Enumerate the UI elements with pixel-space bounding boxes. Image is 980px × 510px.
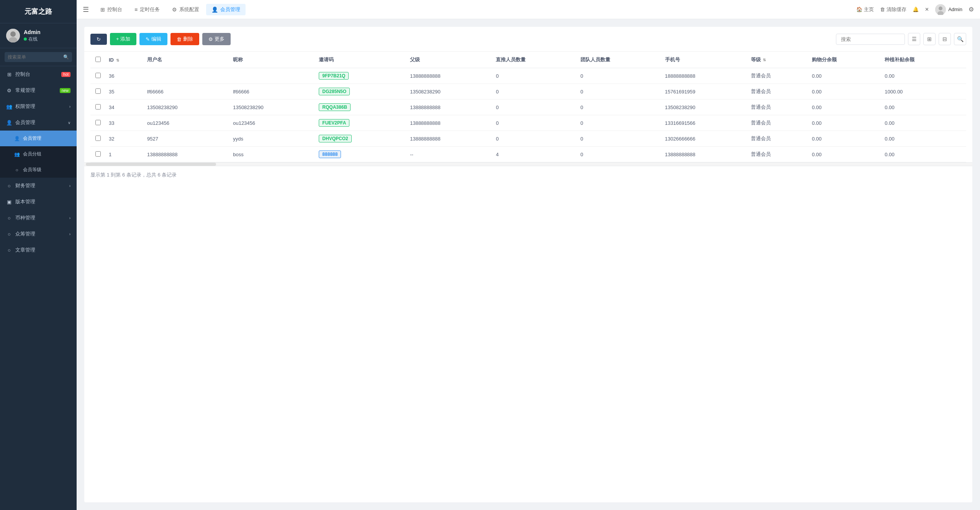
sidebar-item-label: 币种管理 — [15, 214, 69, 221]
delete-button[interactable]: 🗑 删除 — [170, 33, 199, 45]
table-row: 35 lf66666 lf66666 DG285N5O 13508238290 … — [90, 84, 966, 100]
permission-icon: 👥 — [6, 104, 12, 110]
cell-invite-code: FUEV2PFA — [316, 115, 407, 131]
new-badge: new — [60, 88, 70, 93]
header-direct-count: 直推人员数量 — [493, 52, 577, 68]
cell-id: 34 — [106, 100, 144, 115]
cell-shopping-balance: 0.00 — [809, 131, 882, 147]
notification-button[interactable]: 🔔 — [913, 7, 919, 12]
scrollbar-thumb[interactable] — [86, 163, 216, 166]
list-icon: ☰ — [912, 36, 917, 42]
row-checkbox[interactable] — [95, 120, 101, 125]
svg-point-4 — [939, 7, 942, 10]
invite-code-badge: DHVQPCO2 — [319, 135, 351, 142]
fullscreen-button[interactable]: ✕ — [925, 7, 929, 12]
cell-direct-count: 4 — [493, 147, 577, 162]
delete-icon: 🗑 — [177, 36, 182, 42]
sidebar-item-dashboard[interactable]: ⊞ 控制台 hot — [0, 66, 77, 82]
sidebar-item-label: 控制台 — [15, 71, 60, 78]
refresh-button[interactable]: ↻ — [90, 34, 107, 45]
sidebar-item-member-manage[interactable]: 👤 会员管理 — [0, 131, 77, 146]
cell-parent: -- — [407, 147, 493, 162]
row-checkbox[interactable] — [95, 73, 101, 78]
cell-phone: 18888888888 — [662, 68, 748, 84]
sidebar-item-crowdfunding[interactable]: ○ 众筹管理 › — [0, 226, 77, 242]
select-all-checkbox[interactable] — [95, 57, 101, 62]
cell-planting-balance: 0.00 — [882, 131, 966, 147]
version-icon: ▣ — [6, 199, 12, 205]
cell-planting-balance: 0.00 — [882, 147, 966, 162]
cell-team-count: 0 — [577, 68, 662, 84]
cell-id: 35 — [106, 84, 144, 100]
sidebar-item-label: 会员分组 — [23, 151, 70, 157]
table-row: 1 13888888888 boss 888888 -- 4 0 1388888… — [90, 147, 966, 162]
cell-nickname: 13508238290 — [230, 100, 316, 115]
cell-parent: 13888888888 — [407, 100, 493, 115]
table-header-row: ID ⇅ 用户名 昵称 邀请码 父级 直推人员数量 团队人员数量 手机号 等级 … — [90, 52, 966, 68]
row-checkbox[interactable] — [95, 136, 101, 141]
table-search-input[interactable] — [836, 34, 905, 45]
home-button[interactable]: 🏠 主页 — [856, 6, 874, 13]
menu-toggle-button[interactable]: ☰ — [83, 5, 89, 14]
admin-avatar — [935, 4, 946, 15]
cell-id: 36 — [106, 68, 144, 84]
cell-username: ou123456 — [144, 115, 230, 131]
header-level: 等级 ⇅ — [748, 52, 809, 68]
group-icon: 👥 — [14, 152, 20, 157]
cell-phone: 13026666666 — [662, 131, 748, 147]
tab-sysconfig[interactable]: ⚙ 系统配置 — [167, 4, 205, 15]
admin-user-button[interactable]: Admin — [935, 4, 962, 15]
trash-icon: 🗑 — [880, 7, 885, 12]
sort-icon[interactable]: ⇅ — [116, 58, 119, 62]
cell-team-count: 0 — [577, 147, 662, 162]
sidebar-item-member-group[interactable]: 👥 会员分组 — [0, 146, 77, 162]
cell-id: 32 — [106, 131, 144, 147]
columns-button[interactable]: ⊟ — [939, 33, 951, 45]
cell-shopping-balance: 0.00 — [809, 147, 882, 162]
sidebar-item-general[interactable]: ⚙ 常规管理 new — [0, 82, 77, 98]
cell-invite-code: RQQA386B — [316, 100, 407, 115]
sidebar-item-version[interactable]: ▣ 版本管理 — [0, 194, 77, 210]
row-checkbox[interactable] — [95, 88, 101, 94]
add-button[interactable]: + 添加 — [110, 33, 136, 45]
row-checkbox[interactable] — [95, 104, 101, 110]
search-button[interactable]: 🔍 — [954, 33, 966, 45]
sort-icon[interactable]: ⇅ — [763, 58, 766, 62]
sidebar-search-section: 🔍 — [0, 48, 77, 66]
cell-phone: 13316691566 — [662, 115, 748, 131]
sidebar-item-permission[interactable]: 👥 权限管理 › — [0, 98, 77, 114]
sidebar-item-currency[interactable]: ○ 币种管理 › — [0, 210, 77, 226]
clear-cache-button[interactable]: 🗑 清除缓存 — [880, 6, 906, 13]
list-view-button[interactable]: ☰ — [908, 33, 920, 45]
hot-badge: hot — [61, 72, 70, 77]
search-input[interactable] — [5, 52, 72, 62]
row-checkbox[interactable] — [95, 151, 101, 157]
sidebar-item-member-level[interactable]: ○ 会员等级 — [0, 162, 77, 178]
avatar — [6, 29, 20, 42]
tab-dashboard[interactable]: ⊞ 控制台 — [95, 4, 128, 15]
cell-nickname — [230, 68, 316, 84]
grid-view-button[interactable]: ⊞ — [923, 33, 936, 45]
settings-icon[interactable]: ⚙ — [969, 6, 974, 13]
cell-username: 13888888888 — [144, 147, 230, 162]
sidebar-item-finance[interactable]: ○ 财务管理 › — [0, 178, 77, 194]
cell-invite-code: 9FP7B21Q — [316, 68, 407, 84]
tab-member[interactable]: 👤 会员管理 — [206, 4, 246, 15]
cell-planting-balance: 1000.00 — [882, 84, 966, 100]
columns-icon: ⊟ — [942, 36, 947, 42]
level-icon: ○ — [14, 167, 20, 173]
topnav: ☰ ⊞ 控制台 ≡ 定时任务 ⚙ 系统配置 👤 会员管理 🏠 主页 — [77, 0, 980, 19]
header-parent: 父级 — [407, 52, 493, 68]
edit-button[interactable]: ✎ 编辑 — [139, 33, 167, 45]
tab-schedule[interactable]: ≡ 定时任务 — [129, 4, 165, 15]
search-icon: 🔍 — [957, 36, 964, 42]
sidebar-item-member[interactable]: 👤 会员管理 ∨ — [0, 114, 77, 131]
sidebar-item-article[interactable]: ○ 文章管理 — [0, 242, 77, 258]
more-button[interactable]: ⚙ 更多 — [202, 33, 231, 45]
sidebar-item-label: 会员管理 — [23, 135, 70, 142]
sidebar-user-section: Admin 在线 — [0, 23, 77, 48]
table-row: 32 9527 yyds DHVQPCO2 13888888888 0 0 13… — [90, 131, 966, 147]
table-scrollbar[interactable] — [84, 162, 972, 166]
table-row: 33 ou123456 ou123456 FUEV2PFA 1388888888… — [90, 115, 966, 131]
cell-level: 普通会员 — [748, 68, 809, 84]
